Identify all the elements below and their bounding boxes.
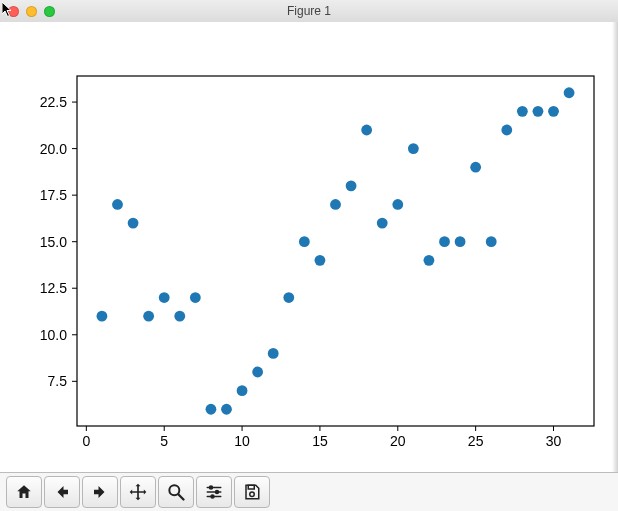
- home-icon: [14, 483, 34, 501]
- home-button[interactable]: [6, 476, 42, 508]
- data-point: [143, 311, 154, 322]
- data-point: [159, 292, 170, 303]
- forward-button[interactable]: [82, 476, 118, 508]
- x-tick-label: 10: [234, 433, 250, 449]
- search-icon: [166, 482, 186, 502]
- data-point: [206, 404, 217, 415]
- move-icon: [128, 482, 148, 502]
- data-point: [252, 367, 263, 378]
- svg-rect-0: [77, 76, 594, 426]
- data-point: [299, 236, 310, 247]
- x-tick-label: 15: [312, 433, 328, 449]
- x-tick-label: 25: [468, 433, 484, 449]
- sliders-icon: [204, 483, 224, 501]
- data-point: [330, 199, 341, 210]
- data-point: [392, 199, 403, 210]
- arrow-left-icon: [52, 483, 72, 501]
- x-tick-label: 5: [160, 433, 168, 449]
- save-icon: [243, 483, 261, 501]
- x-tick-label: 30: [546, 433, 562, 449]
- data-point: [533, 106, 544, 117]
- x-tick-label: 0: [82, 433, 90, 449]
- arrow-right-icon: [90, 483, 110, 501]
- save-button[interactable]: [234, 476, 270, 508]
- window-title: Figure 1: [0, 4, 618, 18]
- y-tick-label: 20.0: [40, 141, 67, 157]
- y-tick-label: 15.0: [40, 234, 67, 250]
- data-point: [174, 311, 185, 322]
- data-point: [377, 218, 388, 229]
- figure-area: 0510152025307.510.012.515.017.520.022.5: [0, 22, 618, 473]
- data-point: [408, 143, 419, 154]
- data-point: [361, 125, 372, 136]
- data-point: [315, 255, 326, 266]
- data-point: [97, 311, 108, 322]
- data-point: [283, 292, 294, 303]
- configure-button[interactable]: [196, 476, 232, 508]
- data-point: [501, 125, 512, 136]
- data-point: [112, 199, 123, 210]
- svg-point-22: [211, 495, 214, 498]
- data-point: [470, 162, 481, 173]
- svg-point-21: [216, 491, 219, 494]
- data-point: [455, 236, 466, 247]
- data-point: [486, 236, 497, 247]
- svg-rect-23: [248, 485, 254, 489]
- data-point: [424, 255, 435, 266]
- data-point: [548, 106, 559, 117]
- data-point: [268, 348, 279, 359]
- svg-point-20: [210, 486, 213, 489]
- data-point: [346, 180, 357, 191]
- titlebar: Figure 1: [0, 0, 618, 23]
- data-point: [564, 87, 575, 98]
- scatter-chart: 0510152025307.510.012.515.017.520.022.5: [0, 22, 618, 473]
- svg-line-16: [179, 495, 184, 500]
- close-icon[interactable]: [8, 6, 19, 17]
- data-point: [221, 404, 232, 415]
- data-point: [439, 236, 450, 247]
- svg-point-24: [250, 492, 255, 497]
- window-root: Figure 1 0510152025307.510.012.515.017.5…: [0, 0, 618, 511]
- data-point: [517, 106, 528, 117]
- back-button[interactable]: [44, 476, 80, 508]
- traffic-lights: [0, 6, 55, 17]
- zoom-button[interactable]: [158, 476, 194, 508]
- y-tick-label: 17.5: [40, 187, 67, 203]
- y-tick-label: 12.5: [40, 280, 67, 296]
- data-point: [190, 292, 201, 303]
- x-tick-label: 20: [390, 433, 406, 449]
- y-tick-label: 10.0: [40, 327, 67, 343]
- data-point: [128, 218, 139, 229]
- minimize-icon[interactable]: [26, 6, 37, 17]
- data-point: [237, 385, 248, 396]
- y-tick-label: 22.5: [40, 94, 67, 110]
- zoom-window-icon[interactable]: [44, 6, 55, 17]
- toolbar: [0, 472, 618, 511]
- pan-button[interactable]: [120, 476, 156, 508]
- y-tick-label: 7.5: [48, 373, 68, 389]
